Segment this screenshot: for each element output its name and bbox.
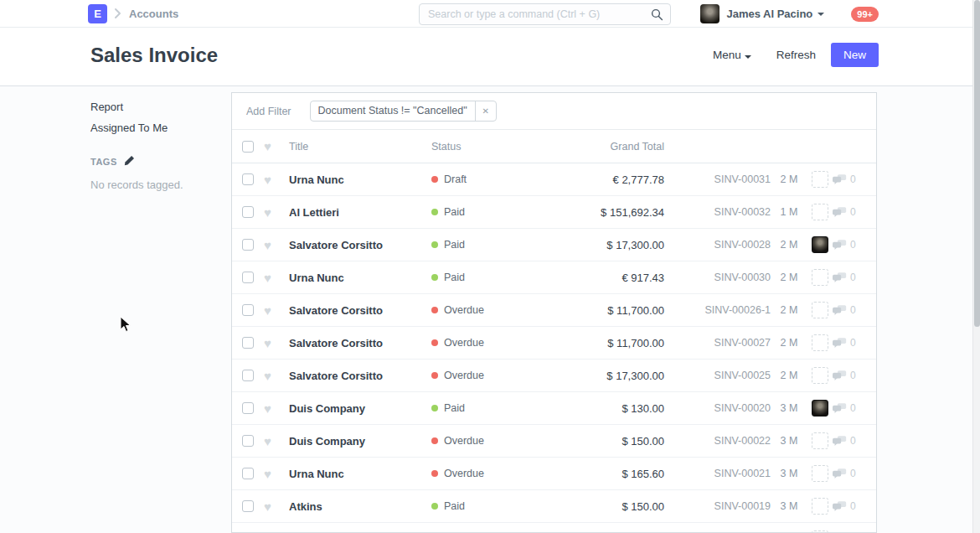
table-row[interactable]: ♥ Al Lettieri Paid $ 151,692.34 SINV-000… [232, 196, 876, 229]
assignee-avatar[interactable] [812, 302, 828, 318]
assignee-avatar[interactable] [812, 334, 828, 351]
comments-indicator[interactable]: 0 [833, 206, 866, 218]
comments-indicator[interactable]: 0 [833, 304, 866, 316]
row-checkbox[interactable] [242, 173, 254, 185]
assignee-avatar[interactable] [812, 171, 828, 188]
comments-indicator[interactable]: 0 [833, 468, 866, 479]
invoice-id[interactable]: SINV-00020 [666, 402, 771, 414]
favorite-heart-icon[interactable]: ♥ [264, 500, 289, 513]
assignee-avatar[interactable] [812, 269, 828, 286]
favorite-heart-icon[interactable]: ♥ [264, 272, 289, 284]
row-title[interactable]: Urna Nunc [289, 468, 431, 480]
search-icon[interactable] [651, 8, 663, 21]
table-row[interactable]: ♥ Urna Nunc Overdue $ 165.60 SINV-00021 … [232, 458, 876, 490]
row-checkbox[interactable] [242, 304, 254, 316]
comments-indicator[interactable]: 0 [833, 337, 866, 349]
invoice-id[interactable]: SINV-00028 [666, 239, 771, 251]
notifications-badge[interactable]: 99+ [851, 7, 879, 22]
assignee-avatar[interactable] [812, 400, 828, 417]
invoice-id[interactable]: SINV-00019 [666, 500, 771, 512]
sidebar-item-report[interactable]: Report [90, 101, 224, 113]
favorite-heart-icon[interactable]: ♥ [264, 140, 289, 153]
refresh-button[interactable]: Refresh [776, 49, 816, 61]
comments-indicator[interactable]: 0 [833, 370, 866, 381]
row-title[interactable]: Salvatore Corsitto [289, 239, 431, 251]
modified-age: 2 M [771, 272, 807, 283]
table-row[interactable]: ♥ Salvatore Corsitto Overdue $ 17,300.00… [232, 360, 876, 392]
comments-indicator[interactable]: 0 [833, 435, 866, 447]
row-title[interactable]: Salvatore Corsitto [289, 370, 431, 382]
add-filter-button[interactable]: Add Filter [246, 106, 291, 117]
row-checkbox[interactable] [242, 206, 254, 218]
comments-indicator[interactable]: 0 [833, 173, 866, 185]
select-all-checkbox[interactable] [242, 141, 254, 153]
favorite-heart-icon[interactable]: ♥ [264, 370, 289, 382]
row-checkbox[interactable] [242, 500, 254, 512]
table-row[interactable]: ♥ Salvatore Corsitto Paid $ 17,300.00 SI… [232, 229, 876, 261]
invoice-id[interactable]: SINV-00027 [666, 337, 771, 349]
invoice-id[interactable]: SINV-00025 [666, 370, 771, 381]
edit-tags-pencil-icon[interactable] [124, 154, 135, 169]
assignee-avatar[interactable] [812, 498, 828, 515]
table-row[interactable]: ♥ [232, 523, 876, 533]
remove-filter-icon[interactable]: ✕ [475, 101, 496, 121]
favorite-heart-icon[interactable]: ♥ [264, 337, 289, 349]
invoice-id[interactable]: SINV-00022 [666, 435, 771, 447]
breadcrumb[interactable]: Accounts [129, 8, 178, 20]
row-checkbox[interactable] [242, 239, 254, 251]
row-title[interactable]: Urna Nunc [289, 173, 431, 186]
row-checkbox[interactable] [242, 435, 254, 447]
row-title[interactable]: Atkins [289, 500, 431, 513]
invoice-id[interactable]: SINV-00030 [666, 272, 771, 283]
row-checkbox[interactable] [242, 468, 254, 479]
invoice-id[interactable]: SINV-00031 [666, 173, 771, 185]
table-row[interactable]: ♥ Salvatore Corsitto Overdue $ 11,700.00… [232, 327, 876, 360]
active-filter-pill[interactable]: Document Status != "Cancelled" ✕ [310, 101, 497, 122]
assignee-avatar[interactable] [812, 236, 828, 253]
table-row[interactable]: ♥ Duis Company Paid $ 130.00 SINV-00020 … [232, 392, 876, 425]
assignee-avatar[interactable] [812, 432, 828, 449]
favorite-heart-icon[interactable]: ♥ [264, 402, 289, 415]
invoice-id[interactable]: SINV-00032 [666, 206, 771, 218]
page-scrollbar[interactable] [972, 0, 980, 533]
favorite-heart-icon[interactable]: ♥ [264, 304, 289, 317]
comments-indicator[interactable]: 0 [833, 239, 866, 251]
row-checkbox[interactable] [242, 402, 254, 414]
app-logo[interactable]: E [88, 4, 107, 23]
comments-indicator[interactable]: 0 [833, 402, 866, 414]
user-menu[interactable]: James Al Pacino [726, 8, 812, 20]
new-button[interactable]: New [831, 43, 879, 67]
table-row[interactable]: ♥ Urna Nunc Paid € 917.43 SINV-00030 2 M… [232, 261, 876, 294]
row-title[interactable]: Urna Nunc [289, 272, 431, 284]
favorite-heart-icon[interactable]: ♥ [264, 206, 289, 219]
invoice-id[interactable]: SINV-00026-1 [666, 304, 771, 316]
table-row[interactable]: ♥ Atkins Paid $ 150.00 SINV-00019 3 M 0 [232, 490, 876, 523]
assignee-avatar[interactable] [812, 465, 828, 482]
scrollbar-thumb[interactable] [974, 0, 980, 327]
table-row[interactable]: ♥ Duis Company Overdue $ 150.00 SINV-000… [232, 425, 876, 458]
row-checkbox[interactable] [242, 272, 254, 283]
table-row[interactable]: ♥ Urna Nunc Draft € 2,777.78 SINV-00031 … [232, 163, 876, 196]
comments-indicator[interactable]: 0 [833, 500, 866, 512]
row-title[interactable]: Salvatore Corsitto [289, 304, 431, 317]
invoice-id[interactable]: SINV-00021 [666, 468, 771, 479]
row-title[interactable]: Duis Company [289, 402, 431, 415]
assignee-avatar[interactable] [812, 204, 828, 220]
row-title[interactable]: Duis Company [289, 435, 431, 448]
row-title[interactable]: Al Lettieri [289, 206, 431, 219]
comments-indicator[interactable]: 0 [833, 272, 866, 283]
table-row[interactable]: ♥ Salvatore Corsitto Overdue $ 11,700.00… [232, 294, 876, 327]
row-checkbox[interactable] [242, 370, 254, 381]
user-avatar[interactable] [700, 4, 720, 23]
menu-button[interactable]: Menu [713, 49, 751, 61]
favorite-heart-icon[interactable]: ♥ [264, 239, 289, 251]
favorite-heart-icon[interactable]: ♥ [264, 173, 289, 186]
search-input[interactable] [419, 3, 671, 25]
favorite-heart-icon[interactable]: ♥ [264, 435, 289, 448]
sidebar-item-assigned-to-me[interactable]: Assigned To Me [90, 122, 224, 134]
row-checkbox[interactable] [242, 337, 254, 349]
filter-label[interactable]: Document Status != "Cancelled" [311, 101, 475, 121]
assignee-avatar[interactable] [812, 367, 828, 384]
favorite-heart-icon[interactable]: ♥ [264, 468, 289, 480]
row-title[interactable]: Salvatore Corsitto [289, 337, 431, 349]
